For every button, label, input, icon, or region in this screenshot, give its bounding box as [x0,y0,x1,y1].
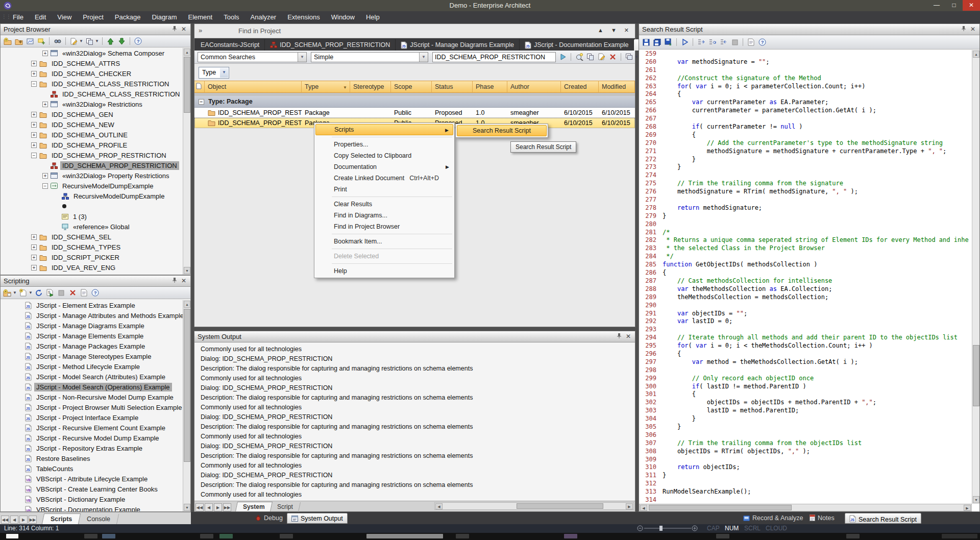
expand-icon[interactable]: + [31,112,37,117]
close-icon[interactable]: ✕ [624,27,629,34]
column-header-scope[interactable]: Scope [391,81,432,93]
new-group-button[interactable] [3,288,12,298]
context-menu-item-scripts[interactable]: Scripts▶ [315,124,453,135]
menu-extensions[interactable]: Extensions [282,11,326,23]
run-search-button[interactable] [558,52,568,61]
output-line[interactable]: Commonly used for all technologies [201,433,635,443]
collapse-icon[interactable]: − [31,153,37,158]
context-menu-item-documentation[interactable]: Documentation▶ [315,161,453,173]
step-out-button[interactable] [719,38,728,47]
column-header-status[interactable]: Status [432,81,473,93]
scroll-down-icon[interactable]: ▼ [973,496,979,503]
scroll-right-icon[interactable]: ▶ [626,503,633,509]
editor-vscrollbar[interactable]: ▲ ▼ [972,50,979,504]
context-menu-item-find-in-project-browser[interactable]: Find in Project Browser [315,221,453,232]
docked-tab-system-output[interactable]: System Output [287,513,348,524]
script-list-item[interactable]: VBVBScript - Dictionary Example [1,494,183,504]
menu-analyzer[interactable]: Analyzer [245,11,282,23]
tab-last-icon[interactable]: ▶▶ [29,516,37,524]
column-header-icon[interactable] [194,81,205,93]
new-package-button[interactable] [14,37,23,46]
tree-item[interactable]: +IDD_SCHEMA_OUTLINE [1,130,183,140]
script-list-item[interactable]: JSJScript - Non-Recursive Model Dump Exa… [1,392,183,402]
menu-edit[interactable]: Edit [29,11,52,23]
help-button[interactable]: ? [133,37,143,46]
zoom-slider[interactable] [637,525,698,531]
tree-item[interactable]: +«win32Dialog» Property Restrictions [1,170,183,181]
script-list-item[interactable]: JSJScript - Repository Extras Example [1,443,183,453]
close-icon[interactable]: ✕ [181,277,186,284]
expand-icon[interactable]: + [31,255,37,260]
new-script-button[interactable] [18,288,28,298]
menu-view[interactable]: View [52,11,77,23]
collapse-icon[interactable]: − [199,99,204,105]
chevron-down-icon[interactable]: ▼ [634,55,639,59]
tree-item[interactable]: +IDD_SCRIPT_PICKER [1,252,183,262]
output-line[interactable]: Description: The dialog responsible for … [201,481,635,491]
help-button[interactable]: ? [757,38,767,47]
script-list-item[interactable]: JSJScript - Manage Diagrams Example [1,321,183,331]
tab-next-icon[interactable]: ▶ [214,503,222,511]
chevron-down-icon[interactable]: ▼ [29,290,33,295]
new-element-button[interactable] [36,37,46,46]
close-icon[interactable]: ✕ [626,333,631,340]
tree-item[interactable]: +IDD_SCHEMA_NEW [1,119,183,130]
expand-icon[interactable]: + [42,173,48,179]
search-category-combo[interactable]: Common Searches▼ [198,52,307,62]
script-list-item[interactable]: VBVBScript - Documentation Example [1,504,183,511]
expand-icon[interactable]: + [42,102,48,107]
help-button[interactable]: ? [90,288,100,298]
tree-item[interactable]: +IDD_SCHEMA_TYPES [1,242,183,252]
output-line[interactable]: Description: The dialog responsible for … [201,452,635,462]
tree-item[interactable]: IDD_SCHEMA_CLASS_RESTRICTION [1,89,183,99]
close-icon[interactable]: ✕ [970,26,975,33]
output-line[interactable]: Commonly used for all technologies [201,375,635,384]
options-button[interactable] [624,52,634,61]
expand-icon[interactable]: + [31,61,37,66]
menu-project[interactable]: Project [77,11,109,23]
edit-search-button[interactable] [597,52,606,61]
menu-diagram[interactable]: Diagram [146,11,182,23]
menu-help[interactable]: Help [360,11,385,23]
new-search-button[interactable] [574,52,584,61]
scripting-tab-scripts[interactable]: Scripts [41,513,81,524]
close-button[interactable]: ✕ [963,0,980,11]
tree-item[interactable]: +«win32Dialog» Restrictions [1,99,183,109]
taskbar[interactable] [0,533,980,540]
script-list-item[interactable]: VBVBScript - Attribute Lifecycle Example [1,474,183,484]
system-output-hscrollbar[interactable]: ◀ ▶ [434,502,634,510]
document-tab[interactable]: JSJScript - Documentation Example [520,39,634,51]
document-tab[interactable]: EAConstants-JScript [195,39,265,51]
script-list-item[interactable]: JSJScript - Manage Elements Example [1,331,183,341]
chevron-down-icon[interactable]: ▼ [298,53,306,62]
document-button[interactable] [79,288,89,298]
docked-tab-notes[interactable]: Notes [805,513,839,524]
tree-item[interactable]: +«win32Dialog» Schema Composer [1,48,183,58]
document-tab[interactable]: IDD_SCHEMA_PROP_RESTRICTION [265,39,396,51]
scroll-left-icon[interactable]: ◀ [435,503,443,509]
save-button[interactable] [641,38,651,47]
collapse-icon[interactable]: ▲ [598,27,603,33]
save-as-button[interactable]: s [664,38,673,47]
script-list-item[interactable]: JSJScript - Method Lifecycle Example [1,361,183,372]
column-header-stereotype[interactable]: Stereotype [350,81,391,93]
column-header-phase[interactable]: Phase [473,81,507,93]
tree-item[interactable]: +IDD_VEA_REV_ENG [1,262,183,273]
script-list-item[interactable]: JSJScript - Recursive Element Count Exam… [1,423,183,433]
move-up-button[interactable] [106,37,115,46]
expand-icon[interactable]: + [31,265,37,271]
context-menu-item-properties[interactable]: Properties... [315,139,453,150]
script-list-item[interactable]: JSJScript - Model Search (Attributes) Ex… [1,372,183,382]
pin-icon[interactable] [617,333,622,339]
document-button[interactable] [746,38,756,47]
move-down-button[interactable] [117,37,127,46]
run-script-button[interactable]: S [45,288,55,298]
pin-icon[interactable] [172,26,177,32]
output-line[interactable]: Dialog: IDD_SCHEMA_PROP_RESTRICTION [201,443,635,452]
tree-item[interactable]: +IDD_SCHEMA_PROFILE [1,140,183,150]
tab-last-icon[interactable]: ▶▶ [223,503,231,511]
tree-item[interactable]: +IDD_SCHEMA_ATTRS [1,58,183,68]
tree-item[interactable]: −IDD_SCHEMA_PROP_RESTRICTION [1,150,183,160]
output-line[interactable]: Commonly used for all technologies [201,404,635,413]
context-menu-item-copy-selected-to-clipboard[interactable]: Copy Selected to Clipboard [315,150,453,161]
